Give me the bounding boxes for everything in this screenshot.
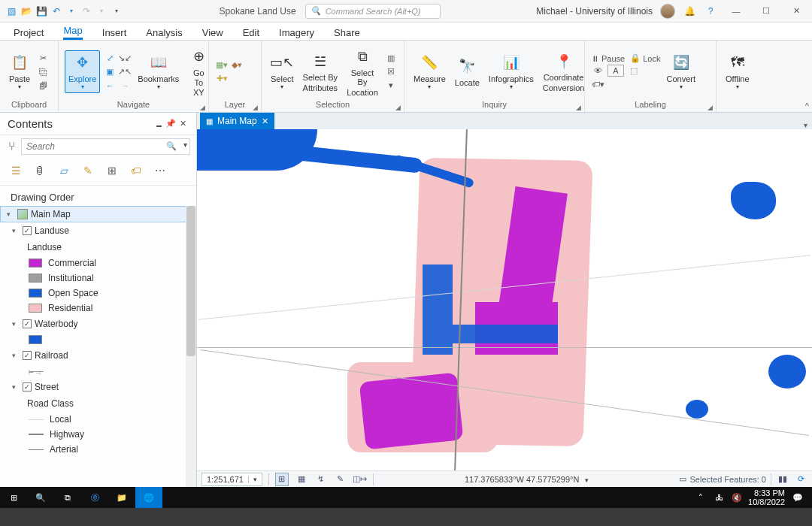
command-search[interactable]: 🔍 Command Search (Alt+Q) (305, 4, 441, 19)
view-unplaced-icon[interactable]: 👁 (591, 65, 604, 77)
correction-icon[interactable]: ✎ (334, 473, 347, 486)
dialog-launcher-icon[interactable]: ◢ (707, 104, 713, 111)
start-button[interactable]: ⊞ (0, 487, 27, 508)
add-data-icon[interactable]: ◆▾ (230, 59, 244, 71)
close-pane-icon[interactable]: ✕ (177, 119, 189, 128)
action-center-icon[interactable]: 💬 (789, 487, 806, 508)
search-icon[interactable]: 🔍 (166, 141, 177, 151)
map-tabs-dropdown-icon[interactable]: ▾ (804, 121, 807, 129)
qat-customize-icon[interactable]: ▾ (110, 5, 123, 18)
task-view-icon[interactable]: ⧉ (54, 487, 81, 508)
scale-dropdown-icon[interactable]: ▾ (248, 476, 262, 483)
copy-icon[interactable]: ⿻ (36, 66, 50, 78)
dynamic-constraints-icon[interactable]: ↯ (314, 473, 328, 486)
maximize-button[interactable]: ☐ (755, 4, 777, 19)
tab-analysis[interactable]: Analysis (146, 26, 182, 40)
bookmarks-button[interactable]: 📖 Bookmarks ▾ (135, 51, 182, 92)
tab-edit[interactable]: Edit (243, 26, 259, 40)
pane-options-icon[interactable]: 🗕 (153, 119, 165, 128)
list-by-snapping-icon[interactable]: ⊞ (104, 162, 120, 179)
layer-checkbox[interactable]: ✓ (23, 226, 32, 235)
minimize-button[interactable]: — (725, 4, 747, 19)
help-icon[interactable]: ? (704, 5, 717, 18)
toc-layer-railroad[interactable]: ▾ ✓ Railroad (0, 347, 196, 364)
map-tab-main[interactable]: ▦ Main Map ✕ (200, 113, 274, 129)
close-button[interactable]: ✕ (785, 4, 807, 19)
dialog-launcher-icon[interactable]: ◢ (576, 104, 581, 111)
tab-map[interactable]: Map (63, 23, 82, 40)
search-dropdown-icon[interactable]: ▾ (183, 141, 187, 149)
taskbar-explorer-icon[interactable]: 📁 (108, 487, 135, 508)
taskbar-arcgis-icon[interactable]: 🌐 (135, 487, 162, 508)
toc-layer-street[interactable]: ▾ ✓ Street (0, 379, 196, 395)
locate-button[interactable]: 🔭Locate (452, 55, 483, 89)
zoom-sel-icon[interactable]: ▣ (103, 66, 117, 78)
clear-sel-icon[interactable]: ☒ (384, 66, 398, 78)
redo-dd-icon[interactable]: ▾ (95, 5, 108, 18)
layer-checkbox[interactable]: ✓ (23, 319, 32, 328)
tree-scrollbar[interactable] (186, 206, 196, 487)
pin-icon[interactable]: 📌 (165, 119, 177, 128)
taskbar-search-icon[interactable]: 🔍 (27, 487, 54, 508)
tree-scroll-thumb[interactable] (186, 206, 195, 356)
dialog-launcher-icon[interactable]: ◢ (253, 104, 258, 111)
selected-features[interactable]: ▭ Selected Features: 0 (679, 474, 766, 484)
new-project-icon[interactable]: ▧ (5, 5, 18, 18)
explore-button[interactable]: ✥ Explore ▾ (65, 50, 100, 93)
tab-insert[interactable]: Insert (102, 26, 127, 40)
coordinate-conversion-button[interactable]: 📍CoordinateConversion (540, 50, 588, 93)
tab-imagery[interactable]: Imagery (279, 26, 314, 40)
tab-share[interactable]: Share (334, 26, 360, 40)
taskbar-ie-icon[interactable]: ⓔ (81, 487, 108, 508)
layer-checkbox[interactable]: ✓ (23, 351, 32, 360)
redo-icon[interactable]: ↷ (80, 5, 93, 18)
list-by-source-icon[interactable]: 🛢 (32, 162, 48, 179)
scale-selector[interactable]: 1:251,671▾ (201, 473, 262, 486)
refresh-icon[interactable]: ⟳ (794, 473, 807, 486)
expander-icon[interactable]: ▾ (12, 227, 20, 234)
basemap-icon[interactable]: ▦▾ (215, 59, 229, 71)
toc-map-node[interactable]: ▾ Main Map (0, 206, 196, 222)
expander-icon[interactable]: ▾ (12, 352, 20, 359)
paste-button[interactable]: 📋 Paste ▾ (6, 51, 33, 92)
prev-extent-icon[interactable]: ← (103, 80, 117, 92)
infographics-button[interactable]: 📊Infographics▾ (486, 51, 537, 92)
label-icon[interactable]: A (607, 65, 624, 77)
tray-up-icon[interactable]: ˄ (694, 487, 707, 508)
label-class-icon[interactable]: 🏷▾ (591, 78, 604, 90)
pause-drawing-icon[interactable]: ▮▮ (776, 473, 789, 486)
layer-checkbox[interactable]: ✓ (23, 382, 32, 391)
expander-icon[interactable]: ▾ (12, 383, 20, 391)
coord-dropdown-icon[interactable]: ▾ (585, 476, 589, 484)
pause-labeling-button[interactable]: ⏸Pause 🔒Lock (591, 53, 660, 63)
list-by-labeling-icon[interactable]: 🏷 (128, 162, 144, 179)
map-canvas[interactable] (197, 129, 812, 470)
select-button[interactable]: ▭↖ Select ▾ (268, 51, 297, 92)
select-by-attributes-button[interactable]: ☱ Select By Attributes (300, 50, 341, 93)
dialog-launcher-icon[interactable]: ◢ (200, 104, 205, 111)
grid-icon[interactable]: ▦ (295, 473, 308, 486)
list-by-drawing-order-icon[interactable]: ☰ (8, 162, 24, 179)
tray-volume-icon[interactable]: 🔇 (730, 487, 744, 508)
undo-icon[interactable]: ↶ (50, 5, 63, 18)
add-preset-icon[interactable]: ✚▾ (215, 73, 229, 85)
convert-labels-button[interactable]: 🔄Convert▾ (663, 51, 698, 92)
tab-project[interactable]: Project (14, 26, 44, 40)
full-extent-icon[interactable]: ⤢ (103, 53, 117, 65)
undo-dd-icon[interactable]: ▾ (65, 5, 78, 18)
save-icon[interactable]: 💾 (35, 5, 48, 18)
tray-network-icon[interactable]: 🖧 (712, 487, 726, 508)
sel-options-icon[interactable]: ▥ (384, 53, 398, 65)
toc-layer-waterbody[interactable]: ▾ ✓ Waterbody (0, 316, 196, 332)
goto-xy-button[interactable]: ⊕ Go To XY (185, 45, 212, 98)
fixed-zoom-out-icon[interactable]: ↗↖ (118, 66, 132, 78)
contents-search-input[interactable] (21, 138, 190, 155)
dialog-launcher-icon[interactable]: ◢ (395, 104, 401, 111)
tab-view[interactable]: View (202, 26, 223, 40)
avatar[interactable] (660, 4, 675, 19)
copy-path-icon[interactable]: 🗐 (36, 80, 50, 92)
taskbar-clock[interactable]: 8:33 PM 10/8/2022 (748, 488, 785, 506)
filter-icon[interactable]: ⑂ (6, 141, 18, 153)
collapse-ribbon-button[interactable]: ^ (805, 101, 809, 110)
close-tab-icon[interactable]: ✕ (262, 116, 268, 126)
